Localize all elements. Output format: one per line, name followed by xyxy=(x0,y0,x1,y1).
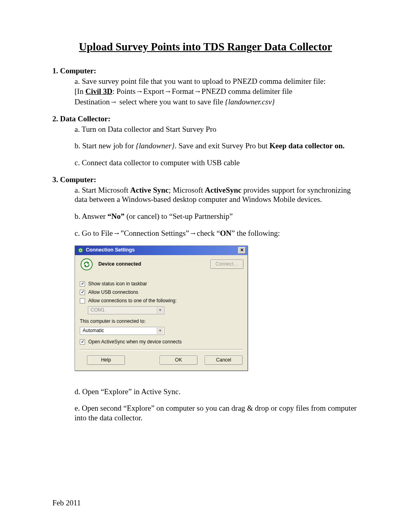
cancel-button[interactable]: Cancel xyxy=(205,355,243,365)
label-usb: Allow USB connections xyxy=(88,289,138,295)
chevron-down-icon: ▼ xyxy=(157,328,163,334)
s1-export: Export xyxy=(143,87,164,96)
s1-dest-file: {landowner.csv} xyxy=(225,98,275,106)
section-3-head: 3. Computer: xyxy=(52,175,359,185)
checkbox-open-activesync[interactable] xyxy=(80,339,85,345)
arrow-icon: → xyxy=(194,87,201,96)
row-connected-to: Automatic ▼ xyxy=(80,327,243,335)
s3-b2: (or cancel) to “Set-up Partnership” xyxy=(125,212,233,220)
s3-c3: check “ xyxy=(197,229,220,237)
activesync-icon xyxy=(77,247,83,254)
arrow-icon: → xyxy=(164,87,172,96)
checkbox-usb[interactable] xyxy=(80,290,85,295)
arrow-icon: → xyxy=(113,229,120,237)
arrow-icon: → xyxy=(189,229,197,237)
com-select[interactable]: COM1 ▼ xyxy=(88,306,164,314)
connect-button[interactable]: Connect… xyxy=(210,260,243,269)
s2-b1: b. Start new job for xyxy=(75,141,136,150)
s3-a: a. Start Microsoft Active Sync; Microsof… xyxy=(75,185,359,205)
device-connected-label: Device connected xyxy=(98,261,210,268)
s1-dest-rest: select where you want to save file xyxy=(118,98,225,106)
com-value: COM1 xyxy=(91,307,105,313)
status-row: Device connected Connect… xyxy=(75,255,247,276)
s3-d: d. Open “Explore” in Active Sync. xyxy=(75,387,359,397)
connected-to-label: This computer is connected to: xyxy=(80,318,243,324)
s3-activesync2: ActiveSync xyxy=(205,186,242,194)
s1-in-prefix: [In xyxy=(75,87,85,96)
page-title: Upload Survey Points into TDS Ranger Dat… xyxy=(52,40,359,54)
s1-in-rest: : Points xyxy=(112,87,136,96)
section-1-head: 1. Computer: xyxy=(52,66,359,76)
ok-button[interactable]: OK xyxy=(160,355,197,365)
s2-b-bold: Keep data collector on. xyxy=(270,141,345,150)
label-taskbar: Show status icon in taskbar xyxy=(88,281,147,287)
row-taskbar: Show status icon in taskbar xyxy=(80,281,243,287)
s1-pnezd: PNEZD comma delimiter file xyxy=(201,87,292,96)
dialog-titlebar[interactable]: Connection Settings ✕ xyxy=(75,246,247,255)
s3-b1: b. Answer xyxy=(75,212,108,220)
s1-a-line1: a. Save survey point file that you want … xyxy=(75,77,359,86)
dialog-button-row: Help OK Cancel xyxy=(80,355,243,366)
footer-date: Feb 2011 xyxy=(52,498,81,508)
dialog-title: Connection Settings xyxy=(86,247,135,254)
s3-c2: ”Connection Settings” xyxy=(120,229,189,237)
label-allow-conn: Allow connections to one of the followin… xyxy=(88,298,176,304)
divider xyxy=(80,349,243,351)
section-2-head: 2. Data Collector: xyxy=(52,114,359,124)
connection-settings-dialog: Connection Settings ✕ Device connected C… xyxy=(75,245,248,371)
arrow-icon: → xyxy=(110,98,118,106)
document-page: Upload Survey Points into TDS Ranger Dat… xyxy=(0,0,411,532)
chevron-down-icon: ▼ xyxy=(157,307,163,314)
checkbox-allow-conn[interactable] xyxy=(80,298,85,303)
s1-a-line2: [In Civil 3D: Points→Export→Format→PNEZD… xyxy=(75,87,359,96)
svg-point-0 xyxy=(78,248,83,253)
arrow-icon: → xyxy=(136,87,143,96)
s2-landowner: {landowner} xyxy=(136,141,174,150)
row-allow-conn: Allow connections to one of the followin… xyxy=(80,298,243,304)
s3-activesync1: Active Sync xyxy=(130,186,169,194)
s3-c: c. Go to File→”Connection Settings”→chec… xyxy=(75,229,359,238)
s1-a-line3: Destination→ select where you want to sa… xyxy=(75,97,359,107)
s3-c4: ” the following: xyxy=(231,229,280,237)
s3-b: b. Answer “No” (or cancel) to “Set-up Pa… xyxy=(75,212,359,221)
s2-b: b. Start new job for {landowner}. Save a… xyxy=(75,141,359,151)
s3-c1: c. Go to File xyxy=(75,229,113,237)
dialog-body: Show status icon in taskbar Allow USB co… xyxy=(75,276,247,370)
s3-a2: ; Microsoft xyxy=(169,186,205,194)
s3-e: e. Open second “Explore” on computer so … xyxy=(75,403,359,423)
s1-format: Format xyxy=(172,87,194,96)
connected-to-value: Automatic xyxy=(83,328,104,334)
s2-b2: . Save and exit Survey Pro but xyxy=(174,141,269,150)
s2-c: c. Connect data collector to computer wi… xyxy=(75,158,359,168)
help-button[interactable]: Help xyxy=(87,355,125,365)
s3-b-no: “No” xyxy=(108,212,125,220)
row-usb: Allow USB connections xyxy=(80,289,243,295)
close-icon[interactable]: ✕ xyxy=(238,247,246,254)
s3-c-on: ON xyxy=(220,229,232,237)
connected-to-select[interactable]: Automatic ▼ xyxy=(80,327,164,335)
s2-a: a. Turn on Data collector and Start Surv… xyxy=(75,125,359,134)
s1-civil3d: Civil 3D xyxy=(85,87,112,96)
sync-icon xyxy=(81,258,93,270)
s1-dest: Destination xyxy=(75,98,110,106)
checkbox-taskbar[interactable] xyxy=(80,281,85,287)
label-open-activesync: Open ActiveSync when my device connects xyxy=(88,339,182,345)
row-open-activesync: Open ActiveSync when my device connects xyxy=(80,339,243,345)
s3-a1: a. Start Microsoft xyxy=(75,186,130,194)
row-com-select: COM1 ▼ xyxy=(88,306,243,314)
